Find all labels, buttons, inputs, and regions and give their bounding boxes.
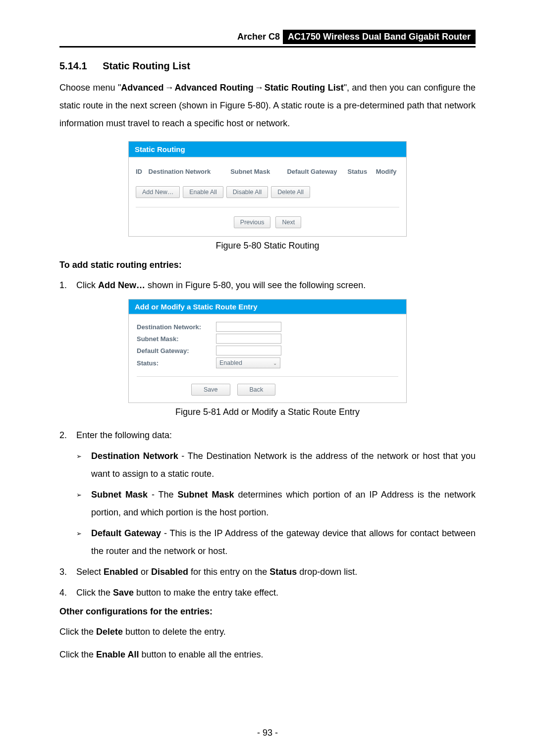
intro-paragraph: Choose menu "Advanced→Advanced Routing→S… — [59, 79, 476, 132]
panel-title: Add or Modify a Static Route Entry — [129, 300, 406, 315]
bullet-2-label: Subnet Mask — [91, 490, 148, 500]
step-4-number: 4. — [59, 584, 76, 602]
other-config-heading: Other configurations for the entries: — [59, 606, 476, 617]
next-button[interactable]: Next — [275, 216, 301, 228]
section-heading: 5.14.1 Static Routing List — [59, 60, 476, 72]
figure-81-caption: Figure 5-81 Add or Modify a Static Route… — [59, 407, 476, 417]
add-new-button[interactable]: Add New… — [136, 186, 180, 198]
previous-button[interactable]: Previous — [234, 216, 271, 228]
save-button[interactable]: Save — [191, 384, 230, 396]
figure-add-modify: Add or Modify a Static Route Entry Desti… — [128, 299, 407, 403]
col-dest: Destination Network — [149, 168, 231, 175]
step-3: 3. Select Enabled or Disabled for this e… — [59, 563, 476, 581]
step-1: 1. Click Add New… shown in Figure 5-80, … — [59, 276, 476, 294]
enable-all-button[interactable]: Enable All — [183, 186, 223, 198]
col-subnet: Subnet Mask — [230, 168, 287, 175]
step-1-number: 1. — [59, 276, 76, 294]
back-button[interactable]: Back — [237, 384, 276, 396]
other1-pre: Click the — [59, 627, 96, 637]
step-4-pre: Click the — [76, 588, 113, 598]
nav-static-routing-list: Static Routing List — [265, 83, 344, 93]
col-gateway: Default Gateway — [287, 168, 347, 175]
default-gateway-label: Default Gateway: — [137, 347, 216, 354]
step-4: 4. Click the Save button to make the ent… — [59, 584, 476, 602]
nav-advanced-routing: Advanced Routing — [174, 83, 253, 93]
arrow-icon: ➢ — [76, 524, 91, 560]
figure-static-routing: Static Routing ID Destination Network Su… — [128, 141, 407, 237]
chevron-down-icon: ⌄ — [273, 360, 277, 366]
panel-title: Static Routing — [129, 142, 406, 158]
step-3-status: Status — [269, 567, 297, 577]
step-3-enabled: Enabled — [104, 567, 138, 577]
disable-all-button[interactable]: Disable All — [226, 186, 268, 198]
arrow-icon: → — [163, 83, 174, 93]
other2-pre: Click the — [59, 650, 96, 659]
other1-bold: Delete — [96, 627, 123, 637]
bullet-destination-network: ➢ Destination Network - The Destination … — [59, 447, 476, 483]
step-3-post: drop-down list. — [297, 567, 357, 577]
bullet-2-pre: - The — [148, 490, 178, 500]
col-status: Status — [348, 168, 376, 175]
status-select[interactable]: Enabled ⌄ — [216, 357, 280, 368]
other2-post: button to enable all the entries. — [139, 650, 263, 659]
step-3-number: 3. — [59, 563, 76, 581]
bullet-subnet-mask: ➢ Subnet Mask - The Subnet Mask determin… — [59, 486, 476, 521]
bullet-default-gateway: ➢ Default Gateway - This is the IP Addre… — [59, 524, 476, 560]
step-3-disabled: Disabled — [151, 567, 188, 577]
nav-advanced: Advanced — [121, 83, 163, 93]
other1-post: button to delete the entry. — [123, 627, 226, 637]
delete-all-button[interactable]: Delete All — [271, 186, 310, 198]
step-3-pre: Select — [76, 567, 104, 577]
section-number: 5.14.1 — [59, 60, 87, 72]
step-1-post: shown in Figure 5-80, you will see the f… — [145, 280, 366, 290]
step-2: 2. Enter the following data: — [59, 426, 476, 444]
step-4-save: Save — [113, 588, 134, 598]
bullet-2-bold: Subnet Mask — [178, 490, 234, 500]
bullet-1-label: Destination Network — [91, 451, 178, 461]
table-header: ID Destination Network Subnet Mask Defau… — [136, 163, 399, 184]
arrow-icon: → — [254, 83, 265, 93]
doc-header: Archer C8 AC1750 Wireless Dual Band Giga… — [59, 30, 476, 48]
arrow-icon: ➢ — [76, 447, 91, 483]
bullet-3-label: Default Gateway — [91, 528, 161, 538]
other-config-1: Click the Delete button to delete the en… — [59, 623, 476, 641]
dest-network-label: Destination Network: — [137, 323, 216, 331]
default-gateway-input[interactable] — [216, 346, 281, 355]
step-4-post: button to make the entry take effect. — [134, 588, 278, 598]
add-entries-heading: To add static routing entries: — [59, 260, 476, 270]
col-id: ID — [136, 168, 149, 175]
step-3-mid1: or — [138, 567, 151, 577]
subnet-mask-label: Subnet Mask: — [137, 335, 216, 343]
model-label: Archer C8 — [234, 31, 283, 43]
dest-network-input[interactable] — [216, 322, 281, 332]
step-2-number: 2. — [59, 426, 76, 444]
step-3-mid2: for this entry on the — [188, 567, 269, 577]
step-2-text: Enter the following data: — [76, 426, 476, 444]
status-label: Status: — [137, 359, 216, 367]
figure-80-caption: Figure 5-80 Static Routing — [59, 241, 476, 251]
col-modify: Modify — [376, 168, 399, 175]
section-title: Static Routing List — [103, 60, 190, 71]
other2-bold: Enable All — [96, 650, 139, 659]
arrow-icon: ➢ — [76, 486, 91, 521]
other-config-2: Click the Enable All button to enable al… — [59, 646, 476, 663]
page-number: - 93 - — [0, 728, 535, 738]
subnet-mask-input[interactable] — [216, 334, 281, 344]
status-value: Enabled — [219, 359, 242, 366]
product-label: AC1750 Wireless Dual Band Gigabit Router — [283, 30, 476, 44]
intro-prefix: Choose menu " — [59, 83, 121, 93]
step-1-pre: Click — [76, 280, 98, 290]
step-1-bold: Add New… — [98, 280, 145, 290]
